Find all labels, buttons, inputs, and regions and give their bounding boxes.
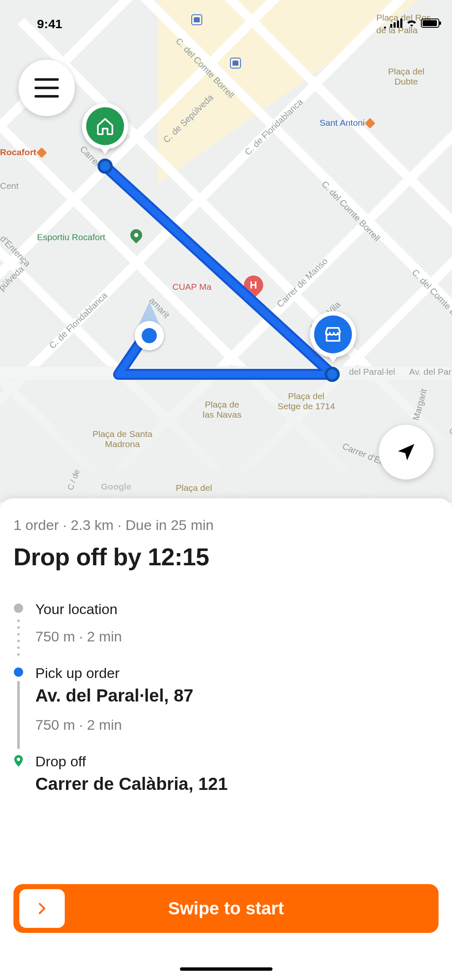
swipe-to-start-button[interactable]: Swipe to start bbox=[13, 884, 439, 933]
step-distance: 750 m · 2 min bbox=[35, 717, 439, 733]
map-view[interactable]: C. del Comte Borrell C. del Comte Borrel… bbox=[0, 0, 452, 503]
battery-icon bbox=[421, 19, 439, 28]
dropoff-marker[interactable] bbox=[82, 103, 128, 149]
status-time: 9:41 bbox=[37, 17, 62, 31]
status-indicators bbox=[384, 18, 439, 29]
menu-button[interactable] bbox=[19, 60, 75, 116]
step-label: Drop off bbox=[35, 753, 439, 770]
step-dropoff: Drop off Carrer de Calàbria, 121 bbox=[13, 753, 439, 794]
chevron-right-icon bbox=[35, 901, 49, 916]
step-distance: 750 m · 2 min bbox=[35, 628, 439, 645]
hamburger-icon bbox=[34, 78, 59, 98]
sheet-title: Drop off by 12:15 bbox=[13, 543, 439, 571]
swipe-label: Swipe to start bbox=[168, 898, 284, 919]
pickup-marker[interactable] bbox=[310, 311, 356, 358]
map-pin-icon bbox=[14, 755, 23, 767]
step-dot-icon bbox=[14, 604, 23, 613]
step-address: Av. del Paral·lel, 87 bbox=[35, 686, 439, 706]
step-dot-icon bbox=[14, 667, 23, 677]
solid-connector-icon bbox=[17, 681, 20, 749]
route-timeline: Your location 750 m · 2 min Pick up orde… bbox=[13, 601, 439, 794]
order-sheet[interactable]: 1 order · 2.3 km · Due in 25 min Drop of… bbox=[0, 498, 452, 980]
location-arrow-icon bbox=[395, 441, 417, 463]
status-bar: 9:41 bbox=[0, 0, 452, 42]
wifi-icon bbox=[406, 18, 418, 29]
step-label: Your location bbox=[35, 601, 439, 617]
step-label: Pick up order bbox=[35, 665, 439, 681]
step-address: Carrer de Calàbria, 121 bbox=[35, 774, 439, 794]
store-icon bbox=[323, 325, 343, 344]
home-indicator bbox=[180, 967, 272, 971]
swipe-container: Swipe to start bbox=[13, 884, 439, 933]
current-location-icon bbox=[135, 321, 164, 350]
cellular-icon bbox=[390, 19, 402, 28]
svg-point-12 bbox=[17, 758, 20, 761]
route-endpoint-icon bbox=[98, 159, 113, 174]
dotted-connector-icon bbox=[17, 617, 20, 661]
recenter-button[interactable] bbox=[379, 425, 433, 479]
route-endpoint-icon bbox=[325, 367, 340, 382]
step-pickup: Pick up order Av. del Paral·lel, 87 750 … bbox=[13, 665, 439, 753]
swipe-thumb[interactable] bbox=[19, 889, 65, 928]
order-meta: 1 order · 2.3 km · Due in 25 min bbox=[13, 517, 439, 533]
step-your-location: Your location 750 m · 2 min bbox=[13, 601, 439, 665]
home-icon bbox=[95, 117, 115, 136]
